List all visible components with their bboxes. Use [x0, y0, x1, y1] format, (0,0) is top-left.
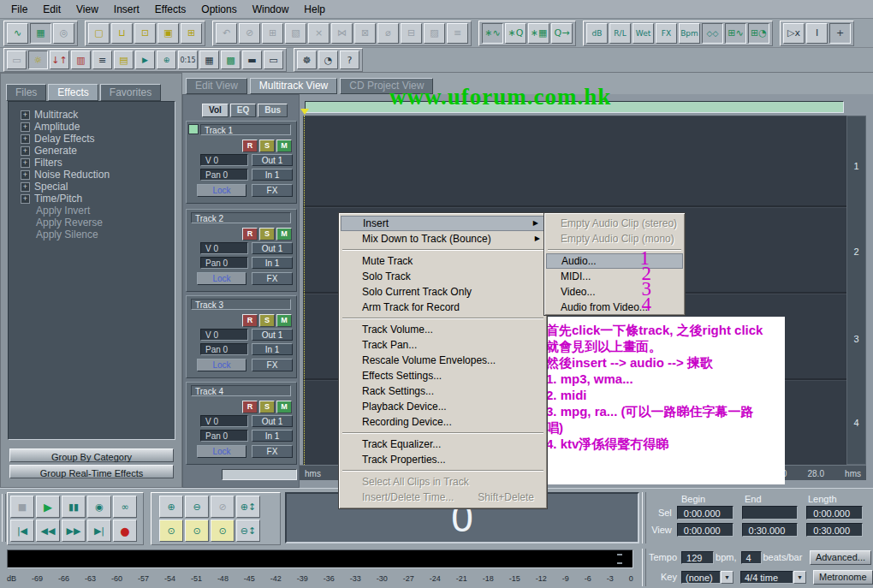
tree-item[interactable]: Apply Reverse	[26, 217, 175, 229]
hybrid-tool-icon[interactable]: ▷x	[783, 23, 805, 44]
track-lock-button[interactable]: Lock	[197, 184, 246, 197]
record-arm-button[interactable]: R	[242, 140, 258, 152]
tempo-input[interactable]: 129	[681, 551, 714, 564]
save-session-icon[interactable]: ▣	[157, 23, 179, 44]
record-arm-button[interactable]: R	[242, 401, 258, 413]
track-lane[interactable]	[303, 116, 846, 205]
begin-field[interactable]: 0:00.000	[677, 523, 733, 537]
chevron-down-icon[interactable]: ▼	[793, 571, 806, 584]
clock-lock-icon[interactable]: ◔	[318, 50, 338, 69]
track-fx-button[interactable]: FX	[252, 272, 293, 285]
zoom-window-icon[interactable]: ⊕	[157, 50, 176, 69]
go-to-end-button[interactable]: ▶|	[87, 520, 111, 542]
menu-item[interactable]: File	[3, 2, 35, 17]
sel-view-window-icon[interactable]: ▦	[199, 50, 219, 69]
time-window-icon[interactable]: 0:15	[178, 50, 198, 69]
play-from-cursor-button[interactable]: ◉	[87, 496, 111, 518]
track-fx-button[interactable]: FX	[252, 359, 293, 371]
track-lock-button[interactable]: Lock	[197, 445, 246, 458]
track-input-button[interactable]: In 1	[252, 169, 293, 181]
context-menu-item[interactable]: Arm Track for Record	[340, 300, 546, 315]
solo-button[interactable]: S	[259, 401, 275, 413]
open-session-icon[interactable]: ⊔	[111, 23, 133, 44]
context-menu-item[interactable]: Mix Down to Track (Bounce)	[340, 231, 546, 246]
track-output-button[interactable]: Out 1	[252, 242, 293, 254]
playhead-marker[interactable]	[300, 109, 309, 115]
expand-icon[interactable]: +	[21, 158, 30, 168]
context-menu-item[interactable]: Mute Track	[340, 253, 546, 269]
transport-window-icon[interactable]: ▶	[135, 50, 155, 69]
fast-forward-button[interactable]: ▶▶	[62, 520, 86, 542]
new-session-icon[interactable]: ▢	[88, 23, 110, 44]
context-menu-item[interactable]: Recording Device...	[340, 414, 546, 430]
panel-grip[interactable]	[642, 492, 646, 543]
time-selection-tool-icon[interactable]: I	[806, 23, 828, 44]
menu-item[interactable]: Effects	[147, 2, 193, 17]
session-info-icon[interactable]: ≡	[92, 50, 112, 69]
menu-item[interactable]: Help	[296, 2, 333, 17]
rack-tab[interactable]: Bus	[258, 104, 288, 117]
fx-parameter-envelope-icon[interactable]: FX	[656, 23, 677, 44]
context-menu-item[interactable]: Solo Current Track Only	[340, 284, 546, 300]
zoom-to-selection-button[interactable]: ⊙	[159, 520, 183, 542]
mute-button[interactable]: M	[276, 228, 292, 241]
crossfade-in-icon[interactable]: ⊞∿	[725, 23, 746, 44]
track-lock-button[interactable]: Lock	[197, 272, 246, 285]
loop-grid-icon[interactable]: ∗▦	[528, 23, 549, 44]
context-menu-item[interactable]: Track Properties...	[340, 452, 546, 467]
multitrack-view-icon[interactable]: ▦	[30, 23, 51, 44]
view-tab[interactable]: Edit View	[186, 78, 247, 94]
menu-item[interactable]: Insert	[106, 2, 147, 17]
cd-project-view-icon[interactable]: ◎	[53, 23, 74, 44]
pause-button[interactable]: ▮▮	[62, 496, 86, 518]
move-copy-clip-tool-icon[interactable]: +	[829, 23, 851, 44]
organizer-tab[interactable]: Favorites	[100, 84, 161, 101]
context-menu-item[interactable]: Rack Settings...	[340, 383, 546, 399]
record-arm-button[interactable]: R	[242, 228, 258, 241]
track-volume-field[interactable]: V 0	[200, 329, 248, 341]
go-to-beginning-button[interactable]: |◀	[10, 520, 34, 542]
group-real-time-effects-button[interactable]: Group Real-Time Effects	[9, 465, 174, 478]
context-menu-item[interactable]: Track Volume...	[340, 322, 546, 337]
append-open-icon[interactable]: ⊡	[134, 23, 156, 44]
wet-dry-envelope-icon[interactable]: Wet	[632, 23, 654, 44]
context-menu-item[interactable]	[342, 470, 543, 472]
track-input-button[interactable]: In 1	[252, 430, 293, 442]
mute-button[interactable]: M	[276, 401, 292, 413]
track-eq-window-icon[interactable]: ▤	[114, 50, 134, 69]
loop-edit-icon[interactable]: ∗Q	[505, 23, 526, 44]
context-menu-item[interactable]: Track Equalizer...	[340, 437, 546, 452]
track-panel-scrollbar[interactable]	[222, 469, 297, 480]
video-window-icon[interactable]: ▬	[242, 50, 262, 69]
menu-item[interactable]: Edit	[35, 2, 68, 17]
submenu-item[interactable]: Audio... 1	[546, 253, 683, 269]
key-dropdown[interactable]: (none) ▼	[681, 571, 733, 584]
track-pan-field[interactable]: Pan 0	[200, 343, 248, 355]
panel-grip[interactable]	[2, 494, 6, 542]
tree-item[interactable]: + Time/Pitch	[21, 193, 175, 205]
record-arm-button[interactable]: R	[242, 314, 258, 327]
blank-window-icon[interactable]: ▭	[264, 50, 283, 69]
length-field[interactable]: 0:00.000	[806, 506, 863, 520]
tree-item[interactable]: + Noise Reduction	[21, 169, 175, 181]
edit-envelopes-icon[interactable]: ◇◇	[702, 23, 723, 44]
tree-item[interactable]: + Filters	[21, 157, 175, 169]
track-lock-button[interactable]: Lock	[197, 359, 246, 371]
metronome-button[interactable]: Metronome	[813, 570, 873, 585]
context-menu-item[interactable]: Playback Device...	[340, 399, 546, 414]
context-menu-item[interactable]	[342, 432, 543, 434]
volume-envelope-icon[interactable]: dB	[586, 23, 608, 44]
organizer-tab[interactable]: Effects	[48, 84, 98, 101]
menu-item[interactable]: Options	[193, 2, 244, 17]
zoom-out-button[interactable]: ⊖	[185, 496, 209, 518]
submenu-item[interactable]: Video... 3	[545, 284, 684, 300]
solo-button[interactable]: S	[259, 140, 275, 152]
expand-icon[interactable]: +	[21, 146, 30, 156]
submenu-item[interactable]: MIDI... 2	[545, 269, 684, 284]
context-menu-item[interactable]: Rescale Volume Envelopes...	[340, 353, 546, 368]
track-output-button[interactable]: Out 1	[252, 154, 293, 166]
menu-item[interactable]: Window	[245, 2, 297, 17]
play-button[interactable]: ▶	[36, 496, 60, 518]
track-fx-button[interactable]: FX	[252, 445, 293, 458]
track-fx-button[interactable]: FX	[252, 184, 293, 197]
